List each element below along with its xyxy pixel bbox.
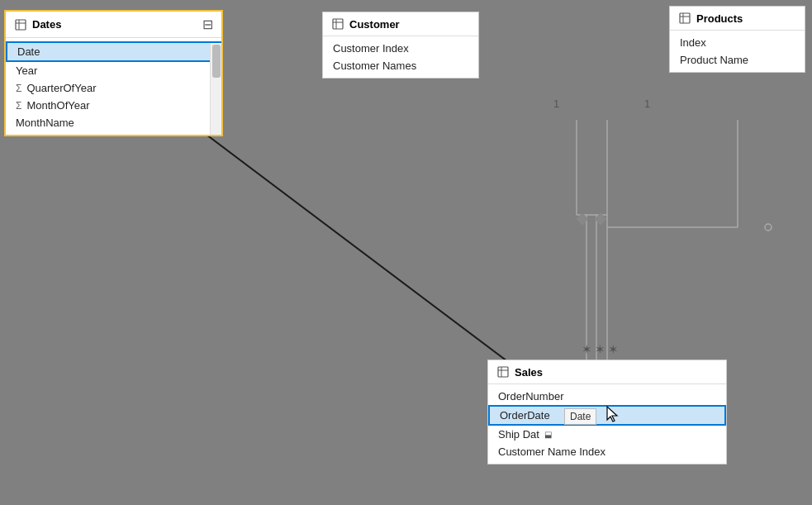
svg-text:1: 1 (644, 98, 650, 110)
dates-row-date[interactable]: Date (6, 41, 221, 62)
sales-row-orderdate[interactable]: OrderDate Date (488, 405, 726, 426)
customer-names-label: Customer Names (333, 60, 416, 72)
external-link-icon: ⬓ (544, 430, 552, 439)
sigma-icon-1: Σ (16, 83, 21, 94)
dates-table-body: Date Year Σ QuarterOfYear Σ MonthOfYear … (6, 38, 221, 135)
products-title: Products (696, 12, 743, 25)
ordernumber-label: OrderNumber (498, 390, 563, 403)
svg-marker-14 (577, 213, 588, 225)
products-table-icon (678, 12, 691, 25)
svg-point-16 (765, 224, 772, 231)
dates-row-quarterofyear[interactable]: Σ QuarterOfYear (6, 79, 221, 97)
monthname-field-label: MonthName (16, 117, 74, 129)
shipdate-label: Ship Dat (498, 428, 539, 441)
sales-row-ordernumber[interactable]: OrderNumber (488, 388, 726, 405)
customernameindex-label: Customer Name Index (498, 445, 605, 458)
scrollbar-thumb[interactable] (212, 45, 221, 78)
dates-table: Dates ⊟ Date Year Σ QuarterOfYear Σ Mont… (4, 10, 223, 136)
collapse-icon[interactable]: ⊟ (202, 17, 213, 32)
customer-table: Customer Customer Index Customer Names (322, 12, 479, 79)
svg-text:✶: ✶ (582, 342, 592, 356)
customer-row-names[interactable]: Customer Names (323, 57, 478, 74)
customer-table-body: Customer Index Customer Names (323, 36, 478, 78)
dates-row-monthname[interactable]: MonthName (6, 114, 221, 131)
cursor-icon (605, 405, 619, 423)
sales-table-header: Sales (488, 360, 726, 384)
products-index-label: Index (680, 36, 706, 49)
customer-table-icon (331, 17, 344, 31)
customer-index-label: Customer Index (333, 42, 409, 55)
products-table-body: Index Product Name (670, 31, 805, 72)
sales-table: Sales OrderNumber OrderDate Date Ship Da… (487, 360, 727, 465)
svg-rect-17 (16, 20, 26, 30)
products-table-header: Products (670, 7, 805, 31)
dates-table-header: Dates ⊟ (6, 12, 221, 38)
monthofyear-field-label: MonthOfYear (26, 99, 89, 112)
sales-row-customernameindex[interactable]: Customer Name Index (488, 443, 726, 460)
svg-rect-23 (680, 13, 690, 23)
products-row-index[interactable]: Index (670, 34, 805, 51)
products-name-label: Product Name (680, 54, 748, 66)
sales-table-icon (496, 365, 510, 379)
quarterofyear-field-label: QuarterOfYear (26, 82, 96, 94)
svg-rect-26 (498, 367, 508, 377)
sales-table-body: OrderNumber OrderDate Date Ship Dat ⬓ Cu… (488, 384, 726, 464)
orderdate-tooltip: Date (564, 408, 596, 425)
year-field-label: Year (16, 64, 37, 77)
svg-marker-15 (595, 213, 606, 225)
products-table: Products Index Product Name (669, 6, 805, 73)
customer-title: Customer (349, 18, 400, 31)
sales-title: Sales (515, 366, 543, 379)
sales-row-shipdate[interactable]: Ship Dat ⬓ (488, 426, 726, 443)
table-icon (14, 18, 27, 31)
customer-row-index[interactable]: Customer Index (323, 40, 478, 57)
dates-scrollbar[interactable] (210, 43, 221, 135)
svg-rect-20 (333, 19, 343, 29)
orderdate-label: OrderDate (500, 409, 550, 422)
dates-row-year[interactable]: Year (6, 62, 221, 79)
dates-row-monthofyear[interactable]: Σ MonthOfYear (6, 97, 221, 114)
dates-title: Dates (32, 18, 61, 31)
date-field-label: Date (17, 45, 40, 58)
svg-marker-29 (607, 407, 617, 422)
svg-text:✶: ✶ (595, 342, 605, 356)
sigma-icon-2: Σ (16, 100, 21, 112)
tooltip-text: Date (570, 411, 591, 422)
svg-text:1: 1 (553, 98, 559, 110)
products-row-name[interactable]: Product Name (670, 51, 805, 69)
svg-text:✶: ✶ (608, 342, 619, 356)
customer-table-header: Customer (323, 12, 478, 36)
